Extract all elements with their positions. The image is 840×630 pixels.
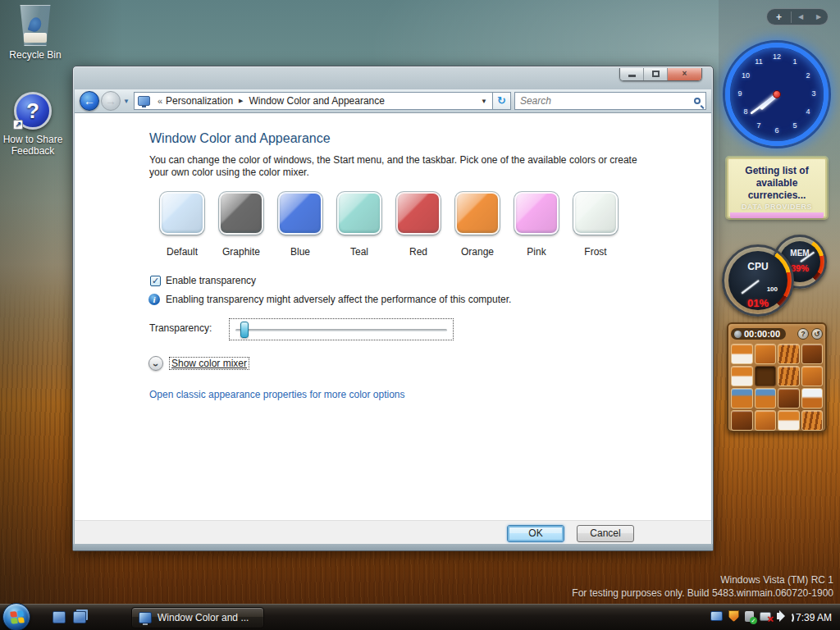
color-option-default[interactable]: Default bbox=[153, 192, 212, 258]
add-gadget-button[interactable]: + bbox=[767, 11, 792, 23]
feedback-shortcut-icon[interactable]: ? ↗ How to Share Feedback bbox=[0, 92, 68, 157]
transparency-slider[interactable] bbox=[229, 318, 454, 340]
address-dropdown-icon[interactable]: ▼ bbox=[479, 98, 489, 105]
watermark-line1: Windows Vista (TM) RC 1 bbox=[572, 573, 833, 587]
clock-number: 3 bbox=[808, 89, 819, 98]
next-page-button[interactable]: ▶ bbox=[810, 13, 828, 21]
minimize-button[interactable] bbox=[620, 68, 644, 80]
taskbar-clock[interactable]: 7:39 AM bbox=[796, 612, 832, 623]
swatch-blue[interactable] bbox=[278, 192, 322, 235]
tray-display-icon[interactable] bbox=[710, 611, 723, 621]
prev-page-button[interactable]: ◀ bbox=[792, 13, 810, 21]
taskbar-window-label: Window Color and ... bbox=[158, 612, 249, 623]
expand-color-mixer-button[interactable]: › bbox=[148, 356, 163, 371]
desktop: Recycle Bin ? ↗ How to Share Feedback + … bbox=[0, 0, 840, 630]
puzzle-tile[interactable] bbox=[755, 388, 777, 409]
puzzle-tile[interactable] bbox=[778, 410, 800, 431]
puzzle-shuffle-button[interactable]: ↺ bbox=[811, 328, 823, 340]
breadcrumb-personalization[interactable]: Personalization bbox=[166, 95, 233, 107]
puzzle-tile[interactable] bbox=[778, 388, 800, 409]
puzzle-tile[interactable] bbox=[755, 410, 777, 431]
dialog-footer: OK Cancel bbox=[75, 520, 711, 546]
color-option-blue[interactable]: Blue bbox=[271, 192, 330, 258]
picture-puzzle-gadget[interactable]: 00:00:00 ? ↺ bbox=[727, 322, 827, 432]
puzzle-tile[interactable] bbox=[801, 344, 824, 364]
search-box[interactable] bbox=[514, 92, 706, 110]
breadcrumb-separator-icon[interactable]: ▶ bbox=[239, 98, 243, 104]
puzzle-tile[interactable] bbox=[778, 344, 800, 364]
safely-remove-hardware-icon[interactable] bbox=[745, 611, 754, 622]
cpu-label: CPU bbox=[728, 261, 788, 272]
system-tray bbox=[710, 610, 786, 622]
breadcrumb-current[interactable]: Window Color and Appearance bbox=[249, 95, 385, 107]
puzzle-help-button[interactable]: ? bbox=[797, 328, 809, 340]
currency-footer: DATA PROVIDERS bbox=[742, 203, 812, 211]
swatch-default[interactable] bbox=[160, 192, 204, 235]
volume-icon[interactable] bbox=[777, 613, 781, 619]
swatch-graphite[interactable] bbox=[219, 192, 263, 235]
switch-windows-icon[interactable] bbox=[73, 611, 86, 623]
build-watermark: Windows Vista (TM) RC 1 For testing purp… bbox=[572, 573, 833, 600]
puzzle-tile[interactable] bbox=[731, 366, 753, 386]
recycle-bin-icon[interactable]: Recycle Bin bbox=[0, 5, 71, 61]
show-color-mixer-link[interactable]: Show color mixer bbox=[169, 357, 249, 370]
classic-appearance-link[interactable]: Open classic appearance properties for m… bbox=[149, 389, 405, 400]
clock-gadget[interactable]: 12 1 2 3 4 5 6 7 8 9 10 11 bbox=[725, 43, 829, 146]
timer-icon bbox=[734, 331, 742, 338]
question-mark-icon: ? ↗ bbox=[14, 92, 52, 130]
enable-transparency-row: ✓ Enable transparency bbox=[150, 275, 256, 286]
color-option-frost[interactable]: Frost bbox=[566, 192, 625, 258]
puzzle-tile[interactable] bbox=[801, 366, 824, 386]
color-mixer-row: › Show color mixer bbox=[148, 356, 249, 371]
color-option-teal[interactable]: Teal bbox=[330, 192, 389, 258]
slider-track[interactable] bbox=[235, 329, 447, 331]
swatch-frost[interactable] bbox=[573, 192, 618, 235]
puzzle-timer: 00:00:00 bbox=[731, 328, 786, 340]
color-option-pink[interactable]: Pink bbox=[507, 192, 566, 258]
ok-button[interactable]: OK bbox=[507, 525, 564, 542]
puzzle-tile[interactable] bbox=[731, 344, 753, 364]
clock-number: 6 bbox=[771, 126, 783, 135]
control-panel-window: × ← → ▼ « Personalization ▶ Window Color… bbox=[72, 66, 714, 551]
puzzle-empty-slot bbox=[755, 366, 777, 386]
start-button[interactable] bbox=[2, 603, 30, 630]
cancel-button[interactable]: Cancel bbox=[577, 525, 634, 542]
swatch-orange[interactable] bbox=[455, 192, 500, 235]
recycle-bin-label: Recycle Bin bbox=[0, 49, 71, 61]
swatch-teal[interactable] bbox=[337, 192, 381, 235]
forward-button[interactable]: → bbox=[101, 91, 121, 111]
color-option-red[interactable]: Red bbox=[389, 192, 448, 258]
breadcrumb-overflow-icon[interactable]: « bbox=[158, 96, 162, 106]
swatch-red[interactable] bbox=[396, 192, 441, 235]
personalization-icon bbox=[138, 96, 150, 106]
currency-gadget[interactable]: Getting list of available currencies... … bbox=[727, 158, 827, 218]
refresh-button[interactable]: ↻ bbox=[493, 92, 511, 110]
slider-thumb[interactable] bbox=[240, 322, 249, 338]
window-titlebar[interactable]: × bbox=[73, 66, 713, 89]
chevron-down-icon: › bbox=[149, 363, 162, 367]
puzzle-tile[interactable] bbox=[731, 410, 753, 431]
puzzle-tile[interactable] bbox=[778, 366, 800, 386]
network-disconnected-icon[interactable] bbox=[760, 612, 771, 621]
puzzle-tile[interactable] bbox=[801, 388, 824, 409]
enable-transparency-checkbox[interactable]: ✓ bbox=[150, 276, 161, 286]
puzzle-tile[interactable] bbox=[801, 410, 824, 431]
show-desktop-icon[interactable] bbox=[52, 611, 66, 623]
cpu-meter-gadget[interactable]: MEM 39% CPU 100 01% bbox=[722, 235, 830, 317]
search-input[interactable] bbox=[520, 95, 694, 107]
puzzle-tile[interactable] bbox=[731, 388, 753, 409]
security-shield-icon[interactable] bbox=[728, 610, 739, 622]
color-option-orange[interactable]: Orange bbox=[448, 192, 507, 258]
maximize-button[interactable] bbox=[644, 68, 668, 80]
address-bar[interactable]: « Personalization ▶ Window Color and App… bbox=[134, 92, 493, 110]
swatch-pink[interactable] bbox=[514, 192, 559, 235]
puzzle-tile[interactable] bbox=[755, 344, 777, 364]
clock-number: 1 bbox=[789, 57, 801, 66]
taskbar-window-button[interactable]: Window Color and ... bbox=[131, 607, 264, 628]
clock-number: 9 bbox=[734, 89, 746, 98]
close-button[interactable]: × bbox=[668, 68, 701, 80]
recent-pages-dropdown-icon[interactable]: ▼ bbox=[123, 98, 130, 105]
clock-number: 11 bbox=[753, 57, 765, 66]
back-button[interactable]: ← bbox=[80, 91, 99, 111]
color-option-graphite[interactable]: Graphite bbox=[212, 192, 271, 258]
